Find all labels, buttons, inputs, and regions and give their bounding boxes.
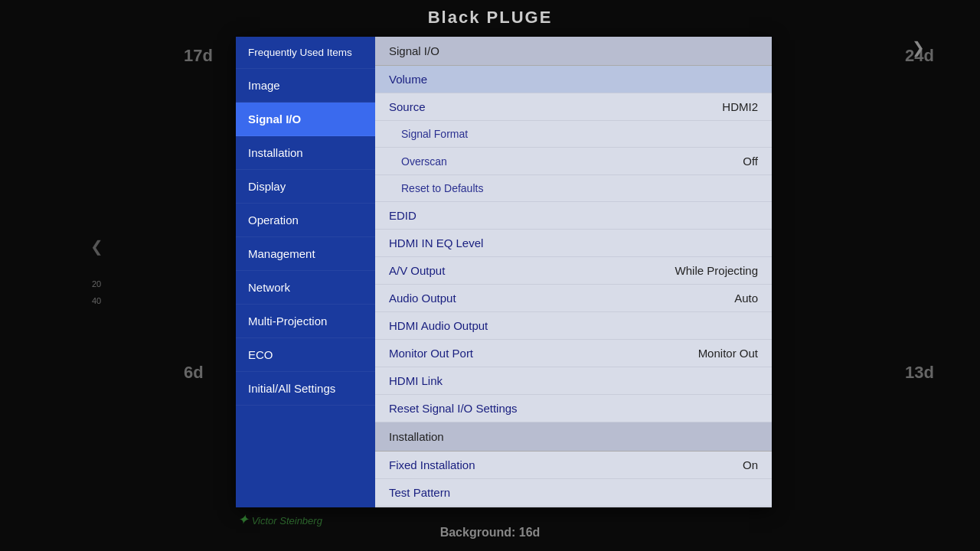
- content-item-0-3[interactable]: OverscanOff: [375, 148, 772, 175]
- content-item-value: Monitor Out: [698, 347, 758, 360]
- content-item-label: HDMI IN EQ Level: [389, 236, 483, 249]
- sidebar-item-frequently-used[interactable]: Frequently Used Items: [236, 37, 375, 69]
- content-item-label: Volume: [389, 73, 427, 86]
- content-item-0-8[interactable]: Audio OutputAuto: [375, 285, 772, 312]
- content-item-label: Signal Format: [389, 128, 468, 140]
- sidebar-item-display[interactable]: Display: [236, 170, 375, 204]
- content-item-label: Overscan: [389, 155, 447, 168]
- content-item-label: Reset to Defaults: [389, 182, 483, 194]
- content-item-1-2[interactable]: ProjectionFront: [375, 507, 772, 507]
- content-item-0-10[interactable]: Monitor Out PortMonitor Out: [375, 340, 772, 367]
- content-item-label: Reset Signal I/O Settings: [389, 402, 518, 415]
- content-item-value: Off: [743, 155, 758, 168]
- ruler-marks: 20 40: [92, 276, 101, 309]
- bottom-center-label: Background: 16d: [440, 526, 541, 540]
- content-item-0-11[interactable]: HDMI Link: [375, 367, 772, 395]
- ruler-mark-20: 20: [92, 276, 101, 292]
- bottom-right-label: 13d: [905, 363, 934, 383]
- content-panel[interactable]: Signal I/OVolumeSourceHDMI2Signal Format…: [375, 37, 772, 507]
- watermark-text: Victor Steinberg: [252, 515, 322, 527]
- sidebar-item-image[interactable]: Image: [236, 69, 375, 103]
- content-item-label: HDMI Audio Output: [389, 319, 488, 332]
- sidebar-item-signal-io[interactable]: Signal I/O: [236, 103, 375, 136]
- watermark: ✦ Victor Steinberg: [237, 511, 322, 528]
- sidebar-item-multi-projection[interactable]: Multi-Projection: [236, 305, 375, 338]
- content-item-0-0[interactable]: Volume: [375, 66, 772, 93]
- right-arrow-icon: ❯: [912, 38, 925, 57]
- section-header-1: Installation: [375, 422, 772, 452]
- content-item-label: Test Pattern: [389, 486, 450, 499]
- content-item-0-4[interactable]: Reset to Defaults: [375, 175, 772, 202]
- sidebar-item-installation[interactable]: Installation: [236, 136, 375, 170]
- content-item-label: A/V Output: [389, 264, 445, 277]
- menu-container: Frequently Used ItemsImageSignal I/OInst…: [236, 37, 772, 507]
- content-item-value: HDMI2: [722, 100, 758, 113]
- content-item-label: Monitor Out Port: [389, 347, 473, 360]
- top-left-label: 17d: [184, 46, 213, 66]
- bottom-left-label: 6d: [184, 363, 204, 383]
- sidebar: Frequently Used ItemsImageSignal I/OInst…: [236, 37, 375, 507]
- content-item-0-5[interactable]: EDID: [375, 202, 772, 230]
- section-header-0: Signal I/O: [375, 37, 772, 66]
- content-item-0-7[interactable]: A/V OutputWhile Projecting: [375, 257, 772, 285]
- content-item-label: EDID: [389, 209, 416, 222]
- content-item-label: Source: [389, 100, 426, 113]
- ruler-mark-40: 40: [92, 292, 101, 309]
- content-item-0-2[interactable]: Signal Format: [375, 121, 772, 148]
- content-item-1-1[interactable]: Test Pattern: [375, 479, 772, 507]
- content-item-0-9[interactable]: HDMI Audio Output: [375, 312, 772, 340]
- content-item-1-0[interactable]: Fixed InstallationOn: [375, 452, 772, 479]
- content-item-value: While Projecting: [675, 264, 758, 277]
- app-title: Black PLUGE: [428, 8, 553, 28]
- content-item-value: Auto: [734, 292, 758, 305]
- sidebar-item-operation[interactable]: Operation: [236, 204, 375, 237]
- sidebar-item-initial-all-settings[interactable]: Initial/All Settings: [236, 372, 375, 406]
- content-item-value: On: [743, 458, 758, 471]
- sidebar-item-network[interactable]: Network: [236, 271, 375, 305]
- content-item-label: Fixed Installation: [389, 458, 475, 471]
- content-item-0-12[interactable]: Reset Signal I/O Settings: [375, 395, 772, 422]
- content-item-0-1[interactable]: SourceHDMI2: [375, 93, 772, 121]
- left-arrow-icon: ❮: [90, 237, 103, 256]
- content-item-0-6[interactable]: HDMI IN EQ Level: [375, 230, 772, 257]
- sidebar-item-management[interactable]: Management: [236, 237, 375, 271]
- content-item-label: Audio Output: [389, 292, 456, 305]
- sidebar-item-eco[interactable]: ECO: [236, 338, 375, 372]
- content-item-label: HDMI Link: [389, 374, 443, 387]
